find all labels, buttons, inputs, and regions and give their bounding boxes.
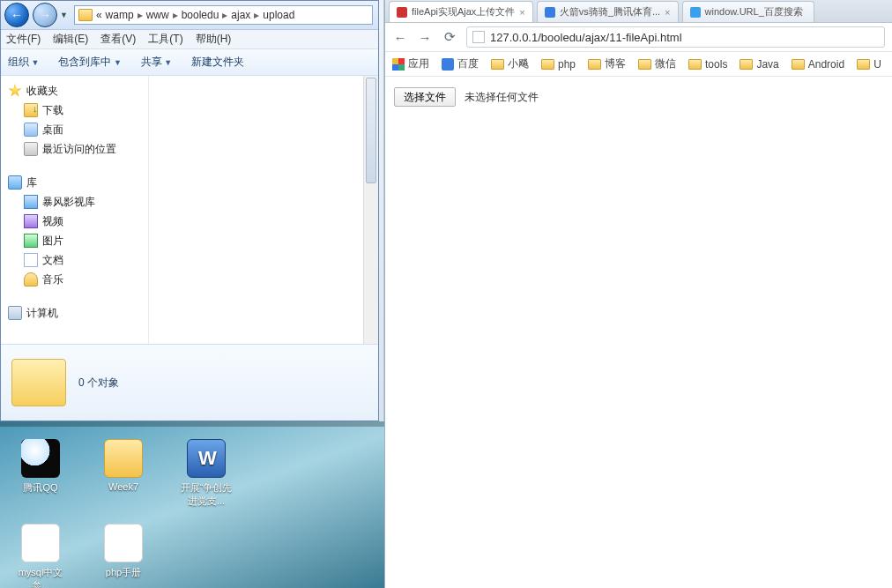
tab-strip: fileApi实现Ajax上传文件× 火箭vs骑骑_腾讯体育...× windo… bbox=[385, 0, 892, 23]
folder-icon bbox=[688, 59, 702, 70]
no-file-label: 未选择任何文件 bbox=[465, 91, 539, 103]
library-icon bbox=[8, 175, 22, 190]
folder-icon bbox=[792, 59, 805, 70]
baidu-icon bbox=[442, 58, 454, 71]
desktop-week7[interactable]: Week7 bbox=[95, 439, 152, 508]
url-text: 127.0.0.1/booledu/ajax/11-fileApi.html bbox=[490, 31, 682, 44]
toolbar: 组织 包含到库中 共享 新建文件夹 bbox=[1, 49, 378, 76]
tb-include[interactable]: 包含到库中 bbox=[58, 55, 121, 70]
desktop-row-1: 腾讯QQ Week7 开展“争创先进党支... bbox=[0, 427, 384, 508]
url-box[interactable]: 127.0.0.1/booledu/ajax/11-fileApi.html bbox=[466, 26, 885, 48]
crumb-0[interactable]: wamp bbox=[106, 9, 134, 21]
close-icon[interactable]: × bbox=[665, 7, 670, 18]
crumb-pre: « bbox=[96, 9, 102, 21]
scrollbar[interactable] bbox=[363, 76, 378, 344]
document-icon bbox=[24, 253, 38, 267]
tree-video[interactable]: 视频 bbox=[8, 212, 148, 231]
bookmark-bar: 应用 百度 小飚 php 博客 微信 tools Java Android U bbox=[385, 52, 892, 77]
menu-view[interactable]: 查看(V) bbox=[100, 32, 136, 47]
menu-edit[interactable]: 编辑(E) bbox=[53, 32, 88, 47]
details-pane: 0 个对象 bbox=[1, 344, 378, 421]
menu-file[interactable]: 文件(F) bbox=[6, 32, 41, 47]
bm-wechat[interactable]: 微信 bbox=[638, 56, 676, 71]
tab-0[interactable]: fileApi实现Ajax上传文件× bbox=[389, 1, 533, 22]
choose-file-button[interactable]: 选择文件 bbox=[394, 87, 456, 107]
folder-icon bbox=[588, 59, 601, 70]
reload-button[interactable]: ⟳ bbox=[442, 29, 457, 45]
tab-2[interactable]: window.URL_百度搜索 bbox=[682, 1, 814, 22]
menu-bar: 文件(F) 编辑(E) 查看(V) 工具(T) 帮助(H) bbox=[1, 30, 378, 49]
film-icon bbox=[24, 195, 38, 209]
bm-baidu[interactable]: 百度 bbox=[442, 56, 479, 71]
apps-icon bbox=[392, 58, 405, 71]
desktop-row-2: mysql中文参... php手册 bbox=[0, 508, 384, 588]
tree-docs[interactable]: 文档 bbox=[8, 250, 148, 270]
address-row: ← → ⟳ 127.0.0.1/booledu/ajax/11-fileApi.… bbox=[385, 23, 892, 52]
bm-xiaobiao[interactable]: 小飚 bbox=[491, 56, 529, 71]
menu-tools[interactable]: 工具(T) bbox=[148, 32, 182, 47]
menu-help[interactable]: 帮助(H) bbox=[196, 32, 232, 47]
desktop-qq[interactable]: 腾讯QQ bbox=[12, 439, 69, 508]
tree-desktop[interactable]: 桌面 bbox=[8, 120, 148, 139]
bm-u[interactable]: U bbox=[857, 58, 881, 71]
forward-button[interactable]: → bbox=[417, 29, 433, 45]
tb-organize[interactable]: 组织 bbox=[8, 55, 39, 70]
bm-java[interactable]: Java bbox=[740, 58, 778, 71]
folder-icon bbox=[740, 59, 753, 70]
page-icon bbox=[104, 524, 143, 562]
tb-share[interactable]: 共享 bbox=[141, 55, 172, 70]
tree-computer[interactable]: 计算机 bbox=[8, 303, 148, 323]
tree-pictures[interactable]: 图片 bbox=[8, 231, 148, 250]
desktop[interactable]: 腾讯QQ Week7 开展“争创先进党支... mysql中文参... php手… bbox=[0, 421, 384, 588]
folder-icon bbox=[857, 59, 870, 70]
tab-1[interactable]: 火箭vs骑骑_腾讯体育...× bbox=[537, 1, 679, 22]
nav-forward-button[interactable]: → bbox=[33, 3, 57, 27]
bm-blog[interactable]: 博客 bbox=[588, 56, 626, 71]
page-icon bbox=[472, 31, 485, 43]
bm-php[interactable]: php bbox=[541, 58, 576, 71]
crumb-3[interactable]: ajax bbox=[231, 9, 250, 21]
back-button[interactable]: ← bbox=[392, 29, 408, 45]
tree-favorites[interactable]: 收藏夹 bbox=[8, 81, 148, 100]
tree-baofeng[interactable]: 暴风影视库 bbox=[8, 192, 148, 212]
explorer-body: 收藏夹 下载 桌面 最近访问的位置 库 暴风影视库 视频 图片 文档 音乐 计算… bbox=[1, 76, 378, 344]
close-icon[interactable]: × bbox=[519, 7, 524, 18]
qq-icon bbox=[21, 439, 60, 478]
folder-content-area[interactable] bbox=[149, 76, 378, 344]
tree-music[interactable]: 音乐 bbox=[8, 270, 148, 289]
crumb-1[interactable]: www bbox=[146, 9, 169, 21]
scroll-thumb[interactable] bbox=[366, 78, 376, 183]
explorer-nav-row: ← → ▼ « wamp▸ www▸ booledu▸ ajax▸ upload bbox=[1, 1, 378, 30]
nav-tree: 收藏夹 下载 桌面 最近访问的位置 库 暴风影视库 视频 图片 文档 音乐 计算… bbox=[1, 76, 149, 344]
nav-history-dropdown[interactable]: ▼ bbox=[60, 11, 68, 19]
tree-library[interactable]: 库 bbox=[8, 173, 148, 192]
bm-android[interactable]: Android bbox=[792, 58, 844, 71]
favicon-icon bbox=[545, 7, 555, 18]
folder-large-icon bbox=[11, 359, 66, 406]
video-icon bbox=[24, 214, 38, 228]
explorer-window: ← → ▼ « wamp▸ www▸ booledu▸ ajax▸ upload… bbox=[0, 0, 379, 421]
folder-icon bbox=[104, 439, 143, 478]
crumb-4[interactable]: upload bbox=[263, 9, 294, 21]
bm-apps[interactable]: 应用 bbox=[392, 56, 429, 71]
folder-icon bbox=[541, 59, 554, 70]
tree-downloads[interactable]: 下载 bbox=[8, 100, 148, 120]
favicon-icon bbox=[397, 7, 407, 18]
address-bar[interactable]: « wamp▸ www▸ booledu▸ ajax▸ upload bbox=[74, 5, 373, 25]
tb-newfolder[interactable]: 新建文件夹 bbox=[191, 55, 244, 70]
nav-back-button[interactable]: ← bbox=[4, 3, 29, 27]
star-icon bbox=[8, 84, 22, 98]
download-icon bbox=[24, 103, 38, 117]
chrome-window: fileApi实现Ajax上传文件× 火箭vs骑骑_腾讯体育...× windo… bbox=[384, 0, 892, 588]
tree-recent[interactable]: 最近访问的位置 bbox=[8, 139, 148, 159]
desktop-php[interactable]: php手册 bbox=[95, 524, 152, 588]
bm-tools[interactable]: tools bbox=[688, 58, 727, 71]
folder-icon bbox=[491, 59, 504, 70]
page-icon bbox=[21, 524, 60, 562]
favicon-icon bbox=[690, 7, 701, 18]
crumb-2[interactable]: booledu bbox=[182, 9, 219, 21]
computer-icon bbox=[8, 306, 22, 320]
music-icon bbox=[24, 272, 38, 287]
desktop-word[interactable]: 开展“争创先进党支... bbox=[178, 439, 234, 508]
desktop-mysql[interactable]: mysql中文参... bbox=[12, 524, 69, 588]
